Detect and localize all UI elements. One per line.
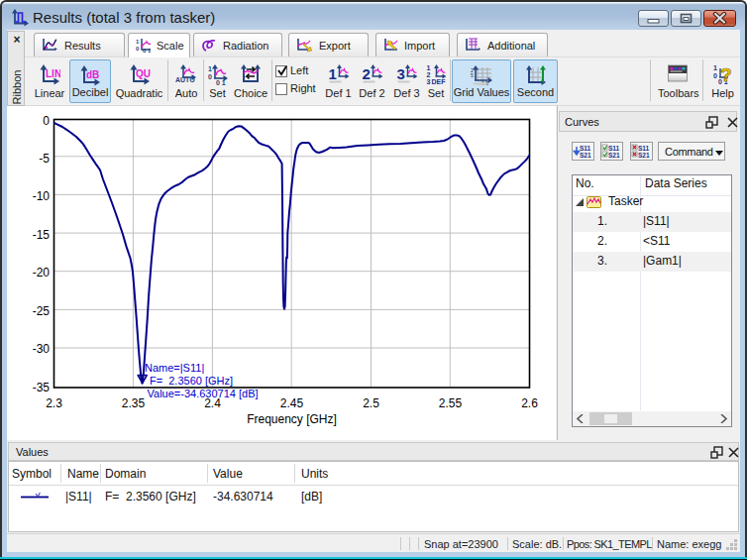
svg-text:1: 1 bbox=[328, 65, 336, 82]
svg-text:LIN: LIN bbox=[46, 68, 60, 79]
svg-text:S11: S11 bbox=[608, 145, 620, 152]
svg-text:1: 1 bbox=[208, 65, 212, 72]
svg-text:S21: S21 bbox=[580, 152, 591, 159]
svg-text:2.3: 2.3 bbox=[46, 396, 62, 410]
svg-text:-35: -35 bbox=[33, 381, 51, 394]
svg-text:2: 2 bbox=[427, 71, 431, 78]
svg-text:0: 0 bbox=[208, 73, 212, 80]
svg-text:S21: S21 bbox=[608, 152, 620, 159]
svg-text:2: 2 bbox=[362, 65, 370, 82]
svg-text:3: 3 bbox=[396, 65, 404, 82]
svg-text:DEF: DEF bbox=[432, 78, 447, 85]
svg-text:Frequency [GHz]: Frequency [GHz] bbox=[247, 412, 337, 426]
svg-text:AUTO: AUTO bbox=[175, 76, 195, 83]
svg-text:-20: -20 bbox=[33, 266, 51, 280]
svg-text:0: 0 bbox=[713, 72, 717, 79]
svg-text:-25: -25 bbox=[33, 304, 51, 318]
svg-text:0: 0 bbox=[136, 46, 140, 52]
svg-text:Name=|S11|: Name=|S11| bbox=[145, 362, 204, 374]
svg-text:Value=-34.630714 [dB]: Value=-34.630714 [dB] bbox=[148, 388, 259, 399]
svg-text:0 1: 0 1 bbox=[143, 48, 152, 53]
svg-text:QU: QU bbox=[136, 68, 151, 79]
svg-text:2.35: 2.35 bbox=[122, 396, 146, 410]
svg-text:-30: -30 bbox=[33, 342, 51, 356]
svg-text:?: ? bbox=[720, 64, 732, 85]
svg-text:0: 0 bbox=[43, 114, 50, 128]
svg-text:dB: dB bbox=[86, 69, 99, 80]
svg-text:2.6: 2.6 bbox=[521, 396, 538, 410]
svg-text:-10: -10 bbox=[33, 189, 51, 203]
svg-text:S11: S11 bbox=[580, 145, 591, 152]
svg-text:2.4: 2.4 bbox=[204, 396, 221, 410]
svg-text:0 1: 0 1 bbox=[216, 79, 226, 85]
svg-text:3: 3 bbox=[427, 78, 431, 85]
svg-text:1: 1 bbox=[713, 64, 717, 71]
svg-text:1: 1 bbox=[136, 39, 140, 45]
svg-text:S21: S21 bbox=[638, 152, 650, 159]
svg-text:S11: S11 bbox=[638, 145, 650, 152]
svg-text:2.5: 2.5 bbox=[363, 396, 379, 410]
svg-text:-5: -5 bbox=[39, 152, 50, 166]
svg-text:5: 5 bbox=[471, 72, 474, 78]
svg-text:1: 1 bbox=[427, 64, 431, 71]
svg-text:2.45: 2.45 bbox=[280, 396, 304, 410]
svg-text:-15: -15 bbox=[33, 228, 51, 242]
svg-text:2.55: 2.55 bbox=[439, 396, 463, 410]
svg-text:F= 2.3560 [GHz]: F= 2.3560 [GHz] bbox=[150, 375, 233, 387]
